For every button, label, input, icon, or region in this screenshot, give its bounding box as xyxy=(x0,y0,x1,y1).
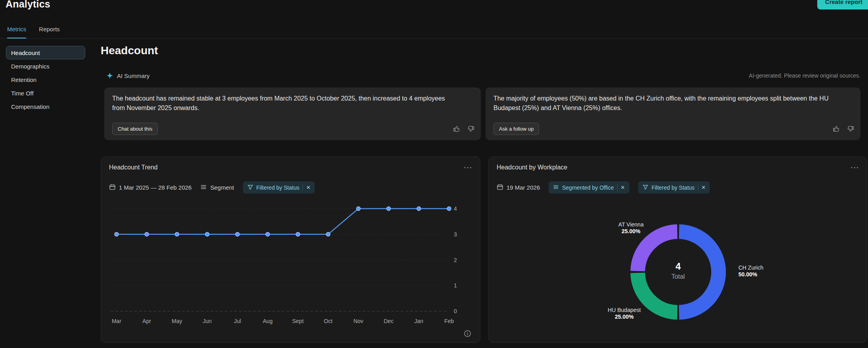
ai-sparkle-icon xyxy=(106,72,113,79)
ai-summary-label: AI Summary xyxy=(117,72,150,79)
ask-follow-up-button[interactable]: Ask a follow up xyxy=(493,123,539,135)
segment-icon xyxy=(553,184,559,191)
calendar-icon xyxy=(497,184,503,192)
chip-divider xyxy=(302,184,303,191)
remove-office-segment-icon[interactable]: ✕ xyxy=(621,184,625,190)
headcount-trend-card: Headcount Trend ⋯ 1 Mar 2025 — 28 Feb 20… xyxy=(101,156,480,343)
office-segment-chip[interactable]: Segmented by Office ✕ xyxy=(549,181,629,194)
ai-summary-header: AI Summary AI-generated. Please review o… xyxy=(106,72,860,79)
funnel-icon xyxy=(247,184,253,191)
trend-card-menu-icon[interactable]: ⋯ xyxy=(463,165,472,170)
svg-text:Jul: Jul xyxy=(234,318,241,324)
date-filter[interactable]: 19 Mar 2026 xyxy=(497,184,540,192)
page-title: Headcount xyxy=(101,44,158,57)
chip-label: Filtered by Status xyxy=(652,184,695,191)
donut-total-label: Total xyxy=(650,273,706,280)
ai-summary-text-trend: The headcount has remained stable at 3 e… xyxy=(112,94,473,113)
date-label: 19 Mar 2026 xyxy=(507,184,540,191)
remove-status-filter-icon[interactable]: ✕ xyxy=(306,184,310,190)
chip-label: Segmented by Office xyxy=(562,184,614,191)
status-filter-chip[interactable]: Filtered by Status ✕ xyxy=(243,181,315,194)
date-range-filter[interactable]: 1 Mar 2025 — 28 Feb 2026 xyxy=(109,184,191,192)
svg-text:Aug: Aug xyxy=(263,318,273,324)
remove-status-filter-icon[interactable]: ✕ xyxy=(702,184,706,190)
thumbs-up-icon[interactable] xyxy=(453,125,461,133)
date-range-label: 1 Mar 2025 — 28 Feb 2026 xyxy=(119,184,191,191)
donut-label-at-vienna: AT Vienna 25.00% xyxy=(618,221,644,235)
svg-text:Nov: Nov xyxy=(354,318,363,324)
svg-text:Jun: Jun xyxy=(203,318,212,324)
ai-summary-card-workplace: The majority of employees (50%) are base… xyxy=(486,87,860,140)
segment-control[interactable]: Segment xyxy=(200,184,234,192)
funnel-icon xyxy=(642,184,648,191)
trend-card-title: Headcount Trend xyxy=(109,164,158,171)
sidebar-item-time-off[interactable]: Time Off xyxy=(6,86,85,100)
sidebar-item-compensation[interactable]: Compensation xyxy=(6,100,85,113)
segment-label: Segment xyxy=(210,184,234,191)
svg-text:4: 4 xyxy=(454,205,457,212)
app-title: Analytics xyxy=(6,0,50,10)
svg-text:3: 3 xyxy=(454,231,457,238)
svg-text:Jan: Jan xyxy=(414,318,423,324)
ai-disclaimer: AI-generated. Please review original sou… xyxy=(749,72,860,79)
donut-label-hu-budapest: HU Budapest 25.00% xyxy=(608,307,640,320)
svg-text:2: 2 xyxy=(454,257,457,263)
feedback-controls xyxy=(833,125,854,133)
sidebar-item-headcount[interactable]: Headcount xyxy=(6,46,85,59)
chip-divider xyxy=(617,184,618,191)
card-header: Headcount by Workplace ⋯ xyxy=(489,157,867,171)
status-filter-chip[interactable]: Filtered by Status ✕ xyxy=(638,181,710,194)
ai-summary-card-trend: The headcount has remained stable at 3 e… xyxy=(104,87,481,140)
sidebar-item-demographics[interactable]: Demographics xyxy=(6,59,85,73)
tab-bar: Metrics Reports xyxy=(0,21,868,39)
workplace-card-menu-icon[interactable]: ⋯ xyxy=(850,165,859,170)
ai-summary-text-workplace: The majority of employees (50%) are base… xyxy=(493,94,853,113)
chip-label: Filtered by Status xyxy=(256,184,300,191)
svg-text:Mar: Mar xyxy=(112,318,121,324)
trend-filter-row: 1 Mar 2025 — 28 Feb 2026 Segment Filtere… xyxy=(101,181,480,194)
thumbs-down-icon[interactable] xyxy=(467,125,474,133)
info-icon[interactable] xyxy=(464,330,471,337)
sidebar-item-retention[interactable]: Retention xyxy=(6,73,85,86)
thumbs-down-icon[interactable] xyxy=(847,125,854,133)
donut-center: 4 Total xyxy=(650,261,706,280)
app-root: Analytics Create report Metrics Reports … xyxy=(0,0,868,348)
svg-text:1: 1 xyxy=(454,282,457,289)
ai-summary-footer: Chat about this xyxy=(112,123,474,135)
svg-text:Dec: Dec xyxy=(384,318,394,324)
card-header: Headcount Trend ⋯ xyxy=(101,157,480,171)
svg-text:Sept: Sept xyxy=(292,318,304,324)
trend-chart[interactable]: 01234MarAprMayJunJulAugSeptOctNovDecJanF… xyxy=(108,201,474,327)
chip-divider xyxy=(698,184,698,191)
svg-text:0: 0 xyxy=(454,308,457,314)
headcount-workplace-card: Headcount by Workplace ⋯ 19 Mar 2026 xyxy=(488,156,867,343)
svg-text:Feb: Feb xyxy=(444,318,454,324)
thumbs-up-icon[interactable] xyxy=(833,125,840,133)
tab-reports[interactable]: Reports xyxy=(39,21,60,38)
chat-about-this-button[interactable]: Chat about this xyxy=(112,123,158,135)
workplace-filter-row: 19 Mar 2026 Segmented by Office ✕ xyxy=(489,181,867,194)
create-report-button[interactable]: Create report xyxy=(817,0,868,10)
svg-text:Apr: Apr xyxy=(142,318,151,324)
workplace-card-title: Headcount by Workplace xyxy=(497,164,567,171)
calendar-icon xyxy=(109,184,116,192)
donut-label-ch-zurich: CH Zurich 50.00% xyxy=(738,264,763,278)
svg-text:May: May xyxy=(172,318,182,324)
svg-text:Oct: Oct xyxy=(324,318,333,324)
donut-total-value: 4 xyxy=(650,261,706,272)
ai-summary-footer: Ask a follow up xyxy=(493,123,854,135)
feedback-controls xyxy=(453,125,474,133)
sidebar: Headcount Demographics Retention Time Of… xyxy=(6,46,85,113)
tab-metrics[interactable]: Metrics xyxy=(7,21,26,38)
segment-icon xyxy=(200,184,207,192)
